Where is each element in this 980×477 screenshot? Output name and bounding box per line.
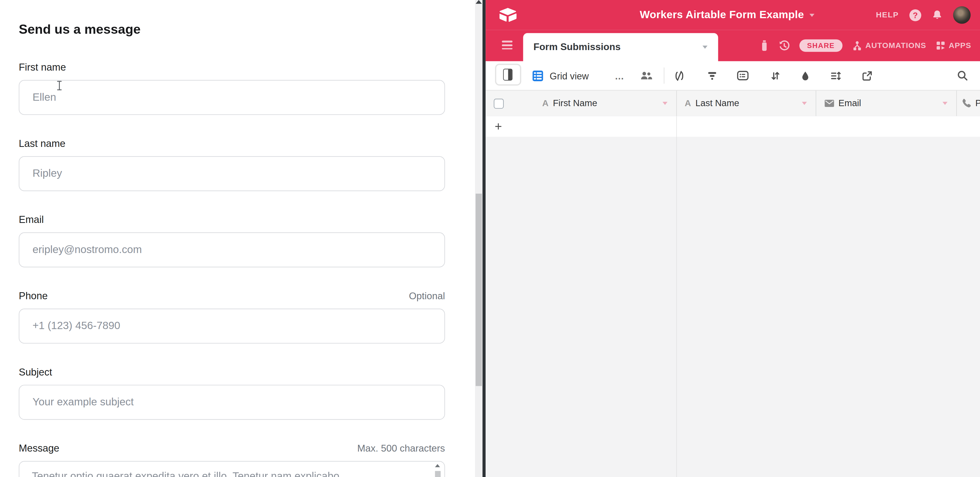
subject-field: Subject: [19, 366, 445, 420]
chevron-down-icon[interactable]: [810, 14, 815, 17]
column-header-last-name[interactable]: A Last Name: [685, 90, 739, 116]
sidebar-toggle-button[interactable]: [495, 64, 521, 86]
color-button[interactable]: [800, 61, 810, 90]
add-row-band: +: [485, 116, 980, 137]
contact-form-pane: Send us a message First name Last name E…: [0, 0, 475, 477]
bell-icon[interactable]: [932, 10, 943, 21]
filter-button[interactable]: [706, 61, 717, 90]
phone-input[interactable]: [19, 309, 445, 344]
email-field: Email: [19, 214, 445, 267]
collaborators-button[interactable]: [640, 61, 652, 90]
envelope-icon: [824, 99, 834, 107]
trash-icon[interactable]: [760, 40, 769, 51]
view-toolbar: Grid view …: [485, 61, 980, 90]
table-tab-label: Form Submissions: [533, 41, 620, 52]
airtable-pane: Workers Airtable Form Example HELP ? For…: [485, 0, 980, 477]
column-header-first-name[interactable]: A First Name: [542, 90, 597, 116]
add-record-button[interactable]: +: [495, 116, 502, 137]
search-button[interactable]: [957, 61, 968, 90]
message-field: Message Max. 500 characters: [19, 442, 445, 477]
chevron-down-icon[interactable]: [662, 101, 667, 105]
airtable-tablebar: Form Submissions SHARE: [485, 30, 980, 61]
grid-header-row: A First Name A Last Name Email: [485, 90, 980, 117]
history-icon[interactable]: [778, 40, 790, 52]
chevron-down-icon[interactable]: [942, 101, 947, 105]
scrollbar-thumb[interactable]: [475, 193, 482, 386]
first-name-field: First name: [19, 61, 445, 115]
subject-label: Subject: [19, 366, 52, 379]
scroll-up-arrow-icon[interactable]: [476, 0, 482, 4]
apps-button[interactable]: APPS: [935, 41, 971, 51]
message-max-hint: Max. 500 characters: [357, 443, 445, 454]
last-name-input[interactable]: [19, 156, 445, 191]
group-icon: [737, 71, 749, 81]
question-mark-icon[interactable]: ?: [909, 9, 921, 21]
sort-icon: [770, 70, 780, 81]
grid-view-button[interactable]: Grid view: [532, 61, 589, 90]
screen: Send us a message First name Last name E…: [0, 0, 980, 477]
automations-icon: [852, 40, 862, 51]
row-height-icon: [830, 70, 841, 81]
phone-optional-hint: Optional: [409, 290, 445, 301]
scroll-up-arrow-icon[interactable]: [435, 464, 440, 467]
message-scrollbar[interactable]: [434, 464, 441, 477]
select-all-checkbox[interactable]: [494, 98, 503, 108]
subject-input[interactable]: [19, 385, 445, 420]
help-button[interactable]: HELP: [876, 11, 899, 19]
last-name-label: Last name: [19, 138, 65, 150]
user-avatar[interactable]: [953, 6, 970, 24]
share-button[interactable]: SHARE: [800, 40, 842, 52]
row-height-button[interactable]: [830, 61, 841, 90]
text-field-icon: A: [685, 98, 691, 108]
text-field-icon: A: [542, 98, 549, 108]
page-scrollbar[interactable]: [475, 0, 482, 477]
automations-button[interactable]: AUTOMATIONS: [852, 40, 926, 51]
window-divider: [482, 0, 485, 477]
email-label: Email: [19, 214, 44, 226]
message-label: Message: [19, 442, 59, 455]
share-view-button[interactable]: [862, 61, 872, 90]
hide-fields-icon: [673, 70, 684, 81]
chevron-down-icon[interactable]: [702, 45, 707, 49]
ibeam-cursor-icon: [56, 81, 62, 90]
toolbar-divider: [663, 68, 664, 84]
paint-fill-icon: [800, 70, 810, 81]
people-icon: [640, 71, 652, 81]
phone-icon: [961, 98, 971, 108]
phone-label: Phone: [19, 290, 48, 302]
message-textarea[interactable]: [19, 461, 445, 477]
column-header-email[interactable]: Email: [824, 90, 861, 116]
column-header-phone[interactable]: Phone: [961, 90, 980, 116]
sort-button[interactable]: [770, 61, 780, 90]
panel-icon: [503, 69, 512, 81]
view-options-button[interactable]: …: [615, 61, 625, 90]
apps-icon: [935, 41, 946, 51]
hamburger-menu-icon[interactable]: [502, 41, 512, 49]
hide-fields-button[interactable]: [673, 61, 684, 90]
airtable-logo-icon[interactable]: [498, 7, 517, 22]
group-button[interactable]: [737, 61, 749, 90]
search-icon: [957, 70, 968, 81]
airtable-topbar: Workers Airtable Form Example HELP ?: [485, 0, 980, 30]
phone-field: Phone Optional: [19, 290, 445, 344]
chevron-down-icon[interactable]: [802, 101, 807, 105]
share-view-icon: [862, 70, 872, 81]
grid-body: [485, 137, 980, 477]
first-name-input[interactable]: [19, 80, 445, 115]
scrollbar-thumb[interactable]: [435, 471, 441, 477]
view-name: Grid view: [550, 70, 589, 81]
grid-view-icon: [532, 70, 543, 81]
table-tab-form-submissions[interactable]: Form Submissions: [523, 33, 718, 61]
form-heading: Send us a message: [19, 21, 445, 38]
email-input[interactable]: [19, 232, 445, 267]
first-name-label: First name: [19, 61, 66, 74]
last-name-field: Last name: [19, 138, 445, 191]
base-title[interactable]: Workers Airtable Form Example: [640, 9, 804, 21]
filter-icon: [706, 71, 717, 81]
